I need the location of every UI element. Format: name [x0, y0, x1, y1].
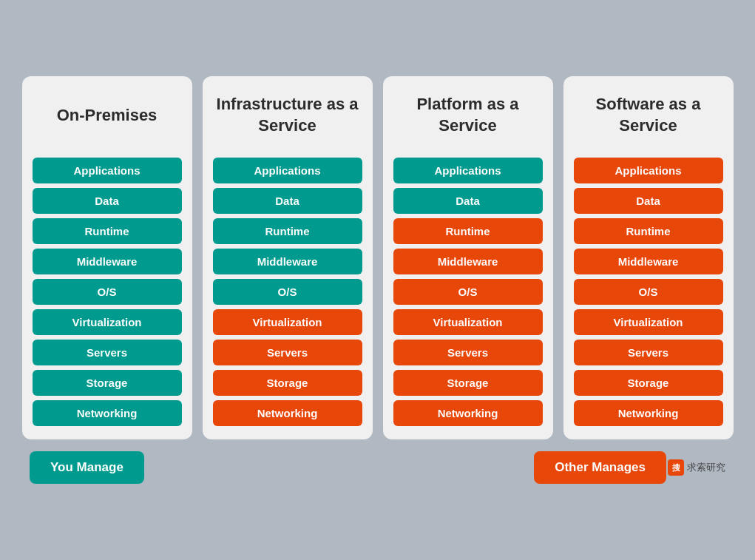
watermark-icon: 搜 [668, 459, 684, 476]
item-paas-1: Data [393, 188, 543, 214]
item-iaas-1: Data [213, 188, 362, 214]
item-iaas-8: Networking [213, 400, 362, 426]
item-iaas-7: Storage [213, 370, 362, 396]
item-iaas-6: Servers [213, 340, 362, 365]
watermark-text: 求索研究 [687, 461, 725, 474]
column-paas: Platform as a ServiceApplicationsDataRun… [383, 76, 553, 439]
other-manages-legend: Other Manages [534, 451, 666, 484]
item-iaas-3: Middleware [213, 249, 362, 274]
item-paas-5: Virtualization [393, 309, 543, 335]
column-title-paas: Platform as a Service [393, 90, 543, 141]
item-on-premises-4: O/S [33, 279, 182, 305]
item-on-premises-8: Networking [33, 400, 182, 426]
you-manage-legend: You Manage [30, 451, 144, 484]
item-iaas-2: Runtime [213, 218, 362, 244]
item-saas-5: Virtualization [574, 309, 723, 335]
item-paas-2: Runtime [393, 218, 543, 244]
item-paas-0: Applications [393, 158, 543, 183]
item-saas-2: Runtime [574, 218, 723, 244]
column-title-on-premises: On-Premises [57, 90, 158, 141]
item-on-premises-1: Data [33, 188, 182, 214]
item-saas-3: Middleware [574, 249, 723, 274]
item-iaas-0: Applications [213, 158, 362, 183]
column-on-premises: On-PremisesApplicationsDataRuntimeMiddle… [22, 76, 192, 439]
column-title-saas: Software as a Service [574, 90, 723, 141]
item-saas-6: Servers [574, 340, 723, 365]
item-paas-3: Middleware [393, 249, 543, 274]
item-paas-6: Servers [393, 340, 543, 365]
item-on-premises-2: Runtime [33, 218, 182, 244]
item-saas-1: Data [574, 188, 723, 214]
item-on-premises-7: Storage [33, 370, 182, 396]
item-saas-0: Applications [574, 158, 723, 183]
other-manages-label: Other Manages [555, 460, 646, 474]
item-on-premises-0: Applications [33, 158, 182, 183]
items-list-iaas: ApplicationsDataRuntimeMiddlewareO/SVirt… [213, 158, 362, 426]
item-saas-8: Networking [574, 400, 723, 426]
item-paas-8: Networking [393, 400, 543, 426]
item-on-premises-6: Servers [33, 340, 182, 365]
item-paas-4: O/S [393, 279, 543, 305]
item-iaas-4: O/S [213, 279, 362, 305]
item-saas-7: Storage [574, 370, 723, 396]
item-paas-7: Storage [393, 370, 543, 396]
item-saas-4: O/S [574, 279, 723, 305]
items-list-paas: ApplicationsDataRuntimeMiddlewareO/SVirt… [393, 158, 543, 426]
items-list-saas: ApplicationsDataRuntimeMiddlewareO/SVirt… [574, 158, 723, 426]
main-container: On-PremisesApplicationsDataRuntimeMiddle… [15, 76, 740, 439]
column-iaas: Infrastructure as a ServiceApplicationsD… [203, 76, 373, 439]
column-saas: Software as a ServiceApplicationsDataRun… [563, 76, 734, 439]
items-list-on-premises: ApplicationsDataRuntimeMiddlewareO/SVirt… [33, 158, 182, 426]
item-on-premises-5: Virtualization [33, 309, 182, 335]
item-on-premises-3: Middleware [33, 249, 182, 274]
bottom-row: You Manage Other Manages 搜 求索研究 [15, 451, 740, 484]
item-iaas-5: Virtualization [213, 309, 362, 335]
you-manage-label: You Manage [50, 460, 123, 474]
column-title-iaas: Infrastructure as a Service [213, 90, 362, 141]
